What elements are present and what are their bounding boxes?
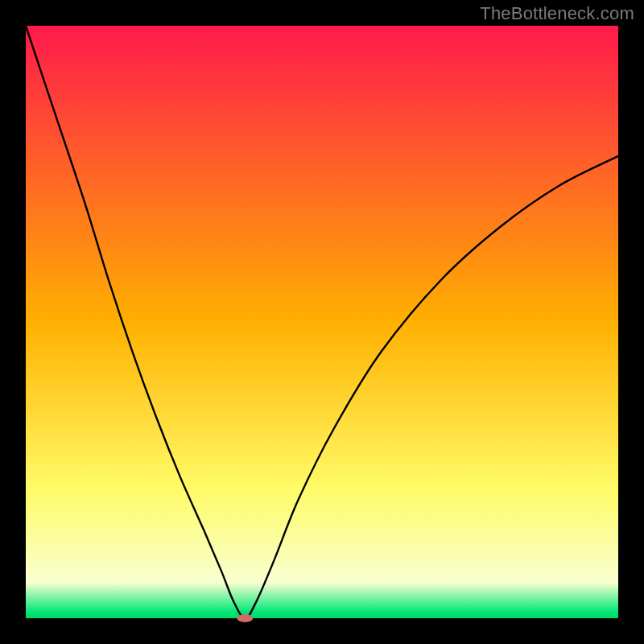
- plot-background: [26, 26, 618, 618]
- chart-container: TheBottleneck.com: [0, 0, 644, 644]
- bottleneck-chart: [0, 0, 644, 644]
- watermark: TheBottleneck.com: [480, 3, 634, 24]
- minimum-marker: [237, 614, 253, 622]
